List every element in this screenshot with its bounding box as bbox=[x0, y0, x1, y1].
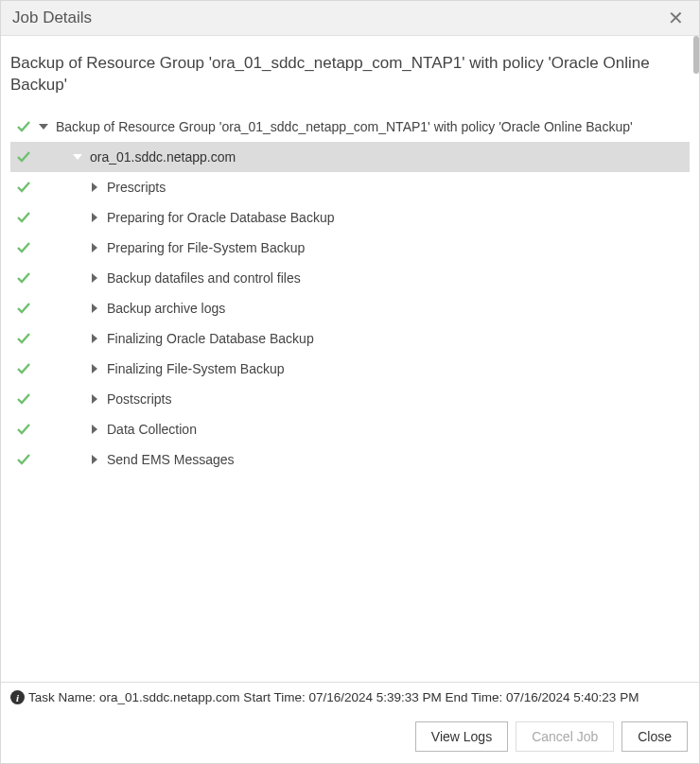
caret-down-icon[interactable] bbox=[71, 150, 84, 164]
caret-down-icon[interactable] bbox=[37, 120, 50, 133]
dialog-title: Job Details bbox=[12, 9, 92, 27]
checkmark-icon bbox=[16, 180, 31, 195]
view-logs-button[interactable]: View Logs bbox=[415, 721, 508, 752]
job-tree: Backup of Resource Group 'ora_01_sddc_ne… bbox=[10, 112, 690, 475]
tree-row-step[interactable]: Data Collection bbox=[10, 414, 690, 444]
svg-marker-6 bbox=[92, 304, 97, 313]
tree-label: ora_01.sddc.netapp.com bbox=[90, 149, 236, 165]
svg-marker-10 bbox=[92, 425, 97, 434]
svg-marker-1 bbox=[73, 154, 82, 160]
checkmark-icon bbox=[16, 270, 31, 286]
svg-marker-8 bbox=[92, 364, 97, 373]
close-icon[interactable]: ✕ bbox=[664, 9, 688, 27]
close-button[interactable]: Close bbox=[621, 721, 688, 752]
tree-row-host[interactable]: ora_01.sddc.netapp.com bbox=[10, 142, 690, 172]
tree-row-step[interactable]: Preparing for Oracle Database Backup bbox=[10, 202, 690, 233]
caret-right-icon[interactable] bbox=[88, 211, 101, 224]
tree-label: Preparing for Oracle Database Backup bbox=[107, 210, 334, 225]
svg-marker-7 bbox=[92, 334, 97, 343]
svg-marker-9 bbox=[92, 394, 97, 404]
caret-right-icon[interactable] bbox=[88, 181, 101, 194]
tree-label: Finalizing File-System Backup bbox=[107, 361, 285, 376]
caret-right-icon[interactable] bbox=[88, 241, 101, 254]
caret-right-icon[interactable] bbox=[88, 423, 101, 436]
status-text: Task Name: ora_01.sddc.netapp.com Start … bbox=[28, 690, 639, 704]
titlebar: Job Details ✕ bbox=[1, 1, 699, 36]
svg-marker-2 bbox=[92, 182, 97, 192]
caret-right-icon[interactable] bbox=[88, 362, 101, 375]
scrollbar-thumb[interactable] bbox=[693, 36, 699, 74]
checkmark-icon bbox=[16, 301, 31, 316]
caret-right-icon[interactable] bbox=[88, 271, 101, 285]
info-icon: i bbox=[10, 690, 25, 704]
svg-marker-3 bbox=[92, 213, 97, 222]
checkmark-icon bbox=[16, 361, 31, 376]
tree-row-step[interactable]: Backup archive logs bbox=[10, 293, 690, 323]
checkmark-icon bbox=[16, 240, 31, 255]
checkmark-icon bbox=[16, 331, 31, 346]
caret-right-icon[interactable] bbox=[88, 453, 101, 466]
page-title: Backup of Resource Group 'ora_01_sddc_ne… bbox=[10, 53, 690, 96]
tree-row-step[interactable]: Backup datafiles and control files bbox=[10, 263, 690, 293]
status-bar: i Task Name: ora_01.sddc.netapp.com Star… bbox=[1, 682, 699, 712]
tree-row-root[interactable]: Backup of Resource Group 'ora_01_sddc_ne… bbox=[10, 112, 690, 142]
tree-row-step[interactable]: Prescripts bbox=[10, 172, 690, 202]
tree-row-step[interactable]: Finalizing File-System Backup bbox=[10, 354, 690, 384]
tree-row-step[interactable]: Finalizing Oracle Database Backup bbox=[10, 323, 690, 354]
checkmark-icon bbox=[16, 149, 31, 165]
tree-row-step[interactable]: Preparing for File-System Backup bbox=[10, 233, 690, 263]
tree-label: Finalizing Oracle Database Backup bbox=[107, 331, 314, 346]
tree-label: Backup of Resource Group 'ora_01_sddc_ne… bbox=[56, 119, 633, 134]
svg-marker-0 bbox=[39, 124, 48, 130]
tree-label: Send EMS Messages bbox=[107, 452, 235, 467]
tree-label: Data Collection bbox=[107, 422, 197, 437]
tree-label: Prescripts bbox=[107, 180, 166, 195]
tree-label: Backup datafiles and control files bbox=[107, 270, 301, 286]
footer: View Logs Cancel Job Close bbox=[1, 712, 699, 763]
checkmark-icon bbox=[16, 391, 31, 407]
cancel-job-button[interactable]: Cancel Job bbox=[516, 721, 614, 752]
caret-right-icon[interactable] bbox=[88, 392, 101, 406]
svg-marker-4 bbox=[92, 243, 97, 252]
svg-marker-11 bbox=[92, 455, 97, 464]
checkmark-icon bbox=[16, 210, 31, 225]
caret-right-icon[interactable] bbox=[88, 332, 101, 345]
tree-label: Backup archive logs bbox=[107, 301, 225, 316]
tree-label: Postscripts bbox=[107, 391, 171, 407]
checkmark-icon bbox=[16, 452, 31, 467]
tree-row-step[interactable]: Send EMS Messages bbox=[10, 444, 690, 475]
checkmark-icon bbox=[16, 119, 31, 134]
job-details-dialog: Job Details ✕ Backup of Resource Group '… bbox=[0, 0, 700, 764]
tree-label: Preparing for File-System Backup bbox=[107, 240, 305, 255]
tree-row-step[interactable]: Postscripts bbox=[10, 384, 690, 414]
checkmark-icon bbox=[16, 422, 31, 437]
content-area: Backup of Resource Group 'ora_01_sddc_ne… bbox=[1, 36, 699, 682]
svg-marker-5 bbox=[92, 273, 97, 283]
caret-right-icon[interactable] bbox=[88, 302, 101, 315]
